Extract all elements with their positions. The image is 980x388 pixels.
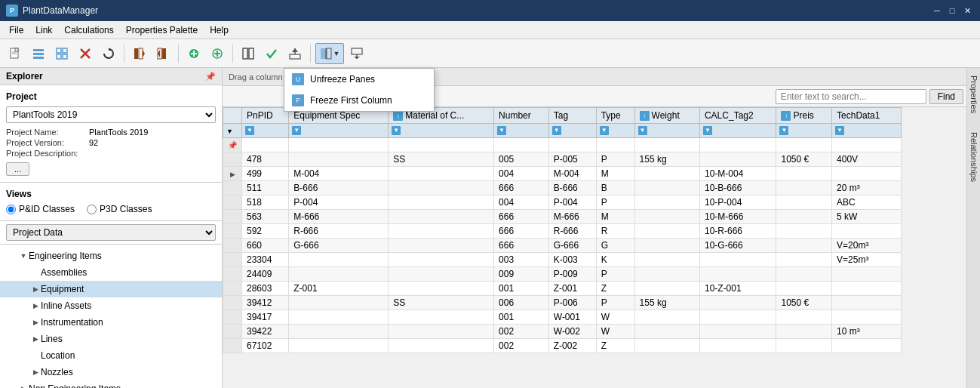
table-row[interactable]: 39412SS006P-006P155 kg1050 € bbox=[223, 296, 902, 310]
instrumentation-label: Instrumentation bbox=[41, 317, 103, 328]
lines-expander[interactable]: ▶ bbox=[30, 334, 41, 344]
table-row[interactable]: 39422002W-002W10 m³ bbox=[223, 325, 902, 339]
menu-help[interactable]: Help bbox=[204, 23, 235, 37]
col-tech-data1[interactable]: TechData1 bbox=[832, 108, 902, 124]
table-row[interactable]: 478SS005P-005P155 kg1050 €400V bbox=[223, 152, 902, 167]
tree-item-inline-assets[interactable]: ▶ Inline Assets bbox=[0, 297, 222, 314]
non-engineering-expander[interactable]: ▶ bbox=[18, 383, 29, 388]
relationships-side-tab[interactable]: Relationships bbox=[968, 128, 980, 186]
description-button[interactable]: ... bbox=[6, 162, 29, 176]
project-description-label: Project Description: bbox=[6, 149, 89, 158]
cell-tech-data1 bbox=[832, 310, 902, 325]
cell-preis bbox=[776, 224, 832, 239]
cell-weight bbox=[634, 253, 699, 267]
filter1-button[interactable] bbox=[129, 43, 150, 64]
cell-type: M bbox=[596, 210, 634, 224]
export2-button[interactable] bbox=[346, 43, 367, 64]
cell-weight bbox=[634, 282, 699, 296]
search-input[interactable] bbox=[776, 89, 926, 104]
find-button[interactable]: Find bbox=[929, 89, 963, 104]
tree-item-non-engineering[interactable]: ▶ Non Engineering Items bbox=[0, 380, 222, 388]
table-row[interactable]: 660G-666666G-666G10-G-666V=20m³ bbox=[223, 239, 902, 253]
col-pnpid[interactable]: PnPID bbox=[242, 108, 289, 124]
col-type[interactable]: Type bbox=[596, 108, 634, 124]
tree-item-nozzles[interactable]: ▶ Nozzles bbox=[0, 364, 222, 380]
pin-icon[interactable]: 📌 bbox=[205, 72, 216, 82]
grid-container[interactable]: PnPID Equipment Spec ↕ Material of C... … bbox=[223, 107, 980, 388]
row-expander[interactable]: ▶ bbox=[230, 171, 235, 178]
tree-item-lines[interactable]: ▶ Lines bbox=[0, 331, 222, 347]
add-plus-button[interactable] bbox=[207, 43, 228, 64]
equipment-expander[interactable]: ▶ bbox=[30, 284, 41, 294]
tree-item-assemblies[interactable]: Assemblies bbox=[0, 264, 222, 281]
filter-pin: ▼ bbox=[223, 124, 242, 138]
export1-button[interactable] bbox=[284, 43, 306, 64]
project-select[interactable]: PlantTools 2019 bbox=[6, 106, 216, 123]
inline-assets-expander[interactable]: ▶ bbox=[30, 300, 41, 311]
tree-item-location[interactable]: Location bbox=[0, 347, 222, 364]
minimize-button[interactable]: ─ bbox=[930, 5, 944, 17]
table-row[interactable]: 563M-666666M-666M10-M-6665 kW bbox=[223, 210, 902, 224]
col-preis[interactable]: ↕ Preis bbox=[776, 108, 832, 124]
svg-rect-10 bbox=[63, 54, 67, 59]
menu-calculations[interactable]: Calculations bbox=[58, 23, 119, 37]
cell-tag: M-004 bbox=[548, 167, 596, 181]
project-data-select[interactable]: Project Data bbox=[6, 224, 216, 241]
p3d-classes-option[interactable]: P3D Classes bbox=[87, 204, 152, 214]
delete-button[interactable] bbox=[75, 43, 96, 64]
table-row[interactable]: 24409009P-009P bbox=[223, 267, 902, 282]
add-green-button[interactable] bbox=[183, 43, 204, 64]
filter2-button[interactable] bbox=[152, 43, 174, 64]
cell-type: P bbox=[596, 296, 634, 310]
tree-item-instrumentation[interactable]: ▶ Instrumentation bbox=[0, 314, 222, 331]
table-row[interactable]: 518P-004004P-004P10-P-004ABC bbox=[223, 196, 902, 210]
menu-link[interactable]: Link bbox=[29, 23, 58, 37]
svg-rect-26 bbox=[243, 48, 247, 59]
cell-weight: 155 kg bbox=[634, 152, 699, 167]
check-button[interactable] bbox=[261, 43, 282, 64]
refresh-button[interactable] bbox=[98, 43, 119, 64]
menu-properties-palette[interactable]: Properties Palette bbox=[120, 23, 204, 37]
freeze-button[interactable]: ▼ bbox=[315, 43, 344, 64]
filter-type: ▼ bbox=[596, 124, 634, 138]
table-row[interactable]: 511B-666666B-666B10-B-66620 m³ bbox=[223, 181, 902, 196]
project-version-value: 92 bbox=[89, 138, 98, 147]
table-row[interactable]: 23304003K-003KV=25m³ bbox=[223, 253, 902, 267]
properties-side-tab[interactable]: Properties bbox=[968, 71, 980, 118]
freeze-first-column-item[interactable]: F Freeze First Column bbox=[284, 90, 434, 111]
cell-equip-spec: M-004 bbox=[289, 167, 389, 181]
grid-button[interactable] bbox=[51, 43, 72, 64]
pid-classes-option[interactable]: P&ID Classes bbox=[6, 204, 75, 214]
cell-type: G bbox=[596, 239, 634, 253]
tree-item-equipment[interactable]: ▶ Equipment bbox=[0, 281, 222, 297]
table-row[interactable]: 67102002Z-002Z bbox=[223, 339, 902, 353]
table-row[interactable]: 39417001W-001W bbox=[223, 310, 902, 325]
unfreeze-panes-item[interactable]: U Unfreeze Panes bbox=[284, 69, 434, 90]
col-number[interactable]: Number bbox=[494, 108, 549, 124]
instrumentation-expander[interactable]: ▶ bbox=[30, 317, 41, 328]
col-calc-tag2[interactable]: CALC_Tag2 bbox=[699, 108, 776, 124]
maximize-button[interactable]: □ bbox=[945, 5, 959, 17]
filter-tech-data1: ▼ bbox=[832, 124, 902, 138]
table-row[interactable]: 📌 bbox=[223, 138, 902, 152]
nozzles-expander[interactable]: ▶ bbox=[30, 367, 41, 377]
assemblies-expander bbox=[30, 267, 41, 278]
project-name-value: PlantTools 2019 bbox=[89, 128, 148, 137]
table-row[interactable]: 592R-666666R-666R10-R-666 bbox=[223, 224, 902, 239]
tree-item-engineering[interactable]: ▼ Engineering Items bbox=[0, 248, 222, 264]
list-button[interactable] bbox=[28, 43, 49, 64]
menu-file[interactable]: File bbox=[3, 23, 29, 37]
nozzles-label: Nozzles bbox=[41, 367, 73, 377]
cell-tech-data1: 5 kW bbox=[832, 210, 902, 224]
col-tag[interactable]: Tag bbox=[548, 108, 596, 124]
split-button[interactable] bbox=[238, 43, 259, 64]
filter-weight: ▼ bbox=[634, 124, 699, 138]
close-button[interactable]: ✕ bbox=[960, 5, 974, 17]
cell-material bbox=[389, 196, 494, 210]
cell-number: 666 bbox=[494, 224, 549, 239]
table-row[interactable]: 28603Z-001001Z-001Z10-Z-001 bbox=[223, 282, 902, 296]
table-row[interactable]: ▶499M-004004M-004M10-M-004 bbox=[223, 167, 902, 181]
col-weight[interactable]: ↕ Weight bbox=[634, 108, 699, 124]
engineering-expander[interactable]: ▼ bbox=[18, 251, 29, 261]
new-button[interactable] bbox=[5, 43, 26, 64]
